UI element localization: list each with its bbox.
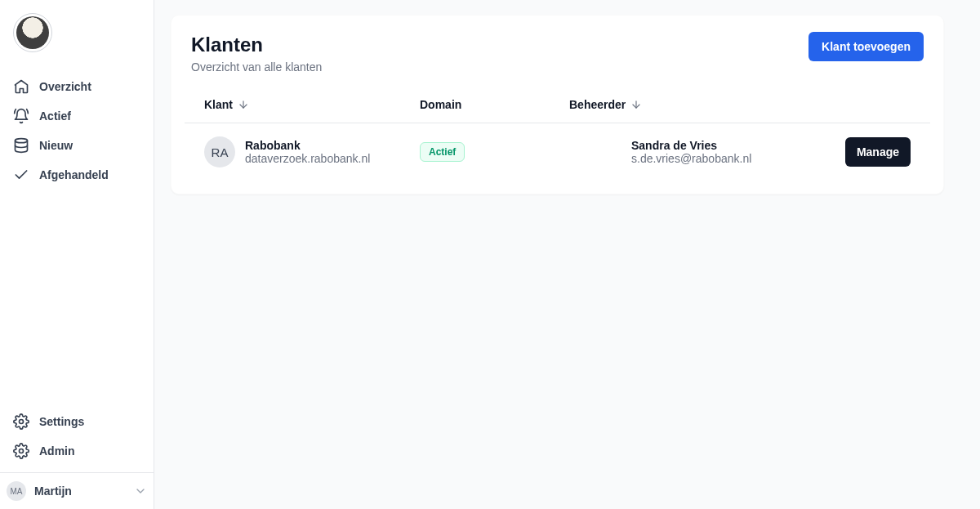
arrow-down-icon — [630, 99, 642, 110]
chevron-down-icon — [134, 484, 147, 498]
client-cell: RA Rabobank dataverzoek.rabobank.nl — [204, 136, 420, 167]
nav-label: Settings — [39, 415, 84, 428]
user-name: Martijn — [34, 484, 126, 498]
add-client-button[interactable]: Klant toevoegen — [808, 32, 924, 61]
arrow-down-icon — [238, 99, 249, 110]
client-name: Rabobank — [245, 139, 370, 152]
nav-item-new[interactable]: Nieuw — [7, 131, 147, 160]
nav-item-admin[interactable]: Admin — [7, 436, 147, 466]
svg-point-0 — [16, 139, 28, 143]
nav-label: Admin — [39, 444, 75, 458]
brand-avatar — [0, 13, 154, 52]
nav-label: Afgehandeld — [39, 168, 109, 181]
bottom-nav: Settings Admin — [0, 400, 154, 472]
admin-email: s.de.vries@rabobank.nl — [631, 152, 813, 165]
client-domain: dataverzoek.rabobank.nl — [245, 152, 370, 165]
user-avatar: MA — [7, 481, 26, 501]
check-icon — [13, 167, 29, 183]
nav-item-active[interactable]: Actief — [7, 101, 147, 131]
user-menu[interactable]: MA Martijn — [0, 472, 154, 509]
svg-point-2 — [20, 449, 24, 453]
gear-icon — [13, 413, 29, 430]
nav-label: Overzicht — [39, 80, 91, 93]
page-subtitle: Overzicht van alle klanten — [191, 60, 322, 74]
clients-table: Klant Domain Beheerder — [172, 87, 943, 194]
col-header-domain[interactable]: Domain — [420, 98, 569, 111]
client-avatar: RA — [204, 136, 235, 167]
admin-cell: Sandra de Vries s.de.vries@rabobank.nl — [569, 139, 813, 165]
nav-item-overview[interactable]: Overzicht — [7, 72, 147, 101]
bell-icon — [13, 108, 29, 124]
status-badge: Actief — [420, 142, 465, 162]
status-cell: Actief — [420, 142, 569, 162]
table-header: Klant Domain Beheerder — [185, 87, 930, 123]
page-title: Klanten — [191, 32, 322, 57]
col-header-admin[interactable]: Beheerder — [569, 98, 813, 111]
sidebar: Overzicht Actief Nieuw — [0, 0, 154, 509]
nav-label: Nieuw — [39, 139, 73, 152]
col-header-client[interactable]: Klant — [204, 98, 420, 111]
admin-name: Sandra de Vries — [631, 139, 813, 152]
svg-point-1 — [20, 420, 24, 424]
database-icon — [13, 137, 29, 154]
main-content: Klanten Overzicht van alle klanten Klant… — [154, 0, 980, 509]
table-row: RA Rabobank dataverzoek.rabobank.nl Acti… — [185, 123, 930, 181]
nav-item-settings[interactable]: Settings — [7, 407, 147, 436]
nav-label: Actief — [39, 109, 71, 123]
manage-button[interactable]: Manage — [845, 137, 911, 167]
main-nav: Overzicht Actief Nieuw — [0, 65, 154, 196]
clients-card: Klanten Overzicht van alle klanten Klant… — [171, 15, 944, 194]
gear-icon — [13, 443, 29, 459]
home-icon — [13, 78, 29, 95]
nav-item-completed[interactable]: Afgehandeld — [7, 160, 147, 190]
